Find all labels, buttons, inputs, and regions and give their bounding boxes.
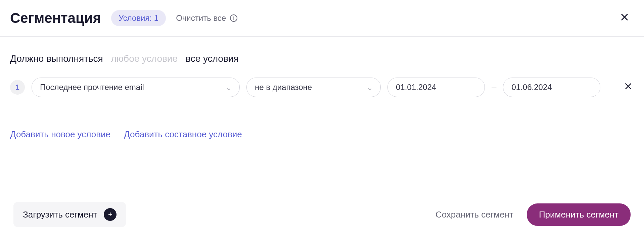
add-condition-links: Добавить новое условие Добавить составно…	[10, 129, 634, 140]
load-segment-button[interactable]: Загрузить сегмент +	[13, 202, 126, 227]
date-from-input[interactable]: 01.01.2024	[387, 78, 485, 97]
date-range-separator: –	[492, 82, 496, 93]
add-compound-condition-link[interactable]: Добавить составное условие	[124, 129, 242, 140]
chevron-down-icon	[367, 85, 372, 90]
clear-all-label: Очистить все	[176, 13, 226, 23]
condition-mode-row: Должно выполняться любое условие все усл…	[10, 53, 634, 64]
info-icon[interactable]: i	[230, 14, 237, 22]
condition-number-badge: 1	[10, 80, 25, 95]
chevron-down-icon	[226, 85, 231, 90]
conditions-count-badge: Условия: 1	[111, 10, 166, 26]
close-icon[interactable]	[618, 11, 631, 26]
header: Сегментация Условия: 1 Очистить все i	[0, 0, 644, 37]
clear-all-button[interactable]: Очистить все i	[176, 13, 237, 23]
condition-row: 1 Последнее прочтение email не в диапазо…	[10, 78, 634, 114]
remove-condition-icon[interactable]	[623, 80, 634, 94]
condition-mode-label: Должно выполняться	[10, 53, 103, 64]
save-segment-button[interactable]: Сохранить сегмент	[435, 209, 513, 220]
footer-right: Сохранить сегмент Применить сегмент	[435, 203, 631, 226]
load-segment-label: Загрузить сегмент	[23, 209, 97, 220]
apply-segment-button[interactable]: Применить сегмент	[527, 203, 631, 226]
footer: Загрузить сегмент + Сохранить сегмент Пр…	[0, 192, 644, 237]
mode-all-option[interactable]: все условия	[186, 53, 239, 64]
condition-field-select[interactable]: Последнее прочтение email	[32, 78, 240, 97]
date-to-input[interactable]: 01.06.2024	[503, 78, 600, 97]
condition-field-value: Последнее прочтение email	[40, 83, 226, 92]
condition-operator-value: не в диапазоне	[255, 83, 367, 92]
plus-icon: +	[104, 208, 117, 221]
add-new-condition-link[interactable]: Добавить новое условие	[10, 129, 110, 140]
page-title: Сегментация	[10, 10, 101, 26]
mode-any-option[interactable]: любое условие	[111, 53, 178, 64]
condition-operator-select[interactable]: не в диапазоне	[246, 78, 381, 97]
content-area: Должно выполняться любое условие все усл…	[0, 37, 644, 150]
